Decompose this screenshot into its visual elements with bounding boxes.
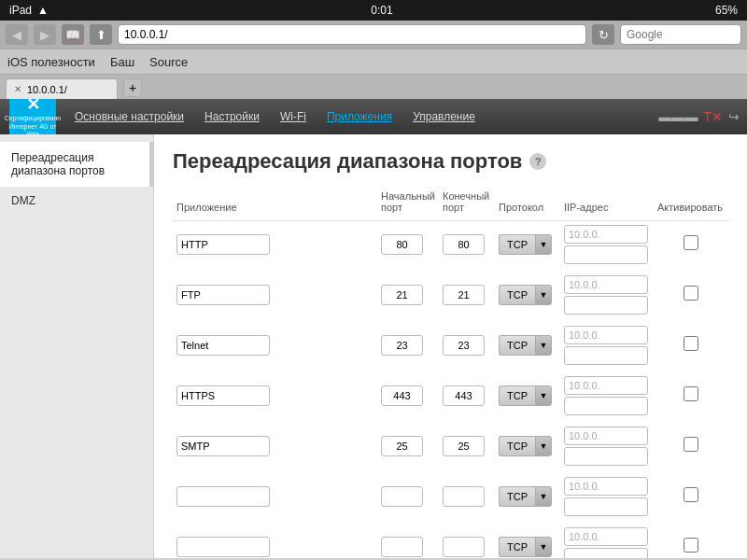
- ip-upper-input[interactable]: [564, 427, 648, 445]
- back-button[interactable]: ◀: [6, 24, 28, 45]
- activate-cell: [654, 421, 728, 471]
- ip-upper-input[interactable]: [564, 376, 648, 395]
- app-input[interactable]: [176, 385, 270, 406]
- activate-checkbox[interactable]: [684, 437, 698, 452]
- protocol-arrow[interactable]: ▼: [535, 335, 552, 356]
- protocol-arrow[interactable]: ▼: [535, 234, 552, 255]
- app-input[interactable]: [176, 335, 270, 356]
- protocol-arrow[interactable]: ▼: [535, 285, 552, 305]
- page-title-text: Переадресация диапазона портов: [173, 149, 522, 174]
- share-button[interactable]: ⬆: [90, 24, 112, 45]
- activate-cell: [654, 471, 728, 522]
- protocol-arrow[interactable]: ▼: [535, 436, 552, 456]
- end-port-input[interactable]: [443, 436, 485, 456]
- start-port-input[interactable]: [381, 537, 423, 557]
- ip-lower-input[interactable]: [564, 548, 648, 558]
- new-tab-button[interactable]: +: [123, 78, 142, 97]
- app-input[interactable]: [176, 285, 270, 305]
- end-port-input[interactable]: [443, 486, 485, 507]
- nav-apps[interactable]: Приложения: [317, 106, 402, 127]
- page-content: Переадресация диапазона портов DMZ Переа…: [0, 134, 747, 558]
- end-port-input[interactable]: [443, 385, 485, 406]
- ip-upper-input[interactable]: [564, 527, 648, 546]
- ip-lower-input[interactable]: [564, 245, 648, 264]
- protocol-arrow[interactable]: ▼: [535, 537, 552, 557]
- protocol-arrow[interactable]: ▼: [535, 486, 552, 507]
- activate-cell: [654, 522, 728, 558]
- status-right: 65%: [715, 4, 738, 17]
- sidebar-port-range[interactable]: Переадресация диапазона портов: [0, 142, 153, 187]
- nav-settings[interactable]: Настройки: [195, 106, 269, 127]
- bookmark-bash[interactable]: Баш: [110, 55, 134, 69]
- address-input[interactable]: [118, 24, 586, 45]
- protocol-button[interactable]: TCP: [499, 537, 535, 557]
- activate-checkbox[interactable]: [684, 286, 698, 301]
- activate-checkbox[interactable]: [684, 487, 698, 502]
- ip-lower-input[interactable]: [564, 397, 648, 415]
- nav-wifi[interactable]: Wi-Fi: [271, 106, 316, 127]
- protocol-select[interactable]: TCP▼: [499, 436, 557, 456]
- activate-cell: [654, 221, 728, 271]
- protocol-button[interactable]: TCP: [499, 436, 535, 456]
- protocol-select[interactable]: TCP▼: [499, 385, 557, 406]
- bookmarks-button[interactable]: 📖: [62, 24, 84, 45]
- end-port-input[interactable]: [443, 537, 485, 557]
- router-nav-items: Основные настройки Настройки Wi-Fi Прило…: [56, 106, 658, 127]
- logout-icon[interactable]: ↪: [728, 109, 740, 124]
- app-input[interactable]: [176, 234, 270, 255]
- protocol-button[interactable]: TCP: [499, 385, 535, 406]
- start-port-input[interactable]: [381, 335, 423, 356]
- active-tab[interactable]: ✕ 10.0.0.1/: [6, 78, 118, 99]
- start-port-input[interactable]: [381, 234, 423, 255]
- ip-upper-input[interactable]: [564, 275, 648, 294]
- app-input[interactable]: [176, 486, 270, 507]
- protocol-select[interactable]: TCP▼: [499, 335, 557, 356]
- activate-checkbox[interactable]: [684, 235, 698, 250]
- tab-close[interactable]: ✕: [14, 84, 21, 94]
- end-port-input[interactable]: [443, 335, 485, 356]
- ip-lower-input[interactable]: [564, 346, 648, 365]
- nav-basic-settings[interactable]: Основные настройки: [65, 106, 193, 127]
- reload-button[interactable]: ↻: [592, 24, 614, 45]
- protocol-button[interactable]: TCP: [499, 234, 535, 255]
- protocol-button[interactable]: TCP: [499, 285, 535, 305]
- activate-checkbox[interactable]: [684, 386, 698, 401]
- nav-icons: ▬▬▬ T✕ ↪: [658, 109, 747, 124]
- protocol-arrow[interactable]: ▼: [535, 385, 552, 406]
- end-port-input[interactable]: [443, 285, 485, 305]
- bookmark-ios[interactable]: iOS полезности: [7, 55, 95, 69]
- start-port-input[interactable]: [381, 385, 423, 406]
- ip-upper-input[interactable]: [564, 225, 648, 244]
- bookmark-source[interactable]: Source: [149, 55, 188, 69]
- ip-lower-input[interactable]: [564, 497, 648, 516]
- activate-checkbox[interactable]: [684, 538, 698, 553]
- end-port-input[interactable]: [443, 234, 485, 255]
- ip-upper-input[interactable]: [564, 477, 648, 496]
- sidebar-dmz[interactable]: DMZ: [0, 187, 153, 215]
- protocol-select[interactable]: TCP▼: [499, 486, 557, 507]
- forward-button[interactable]: ▶: [34, 24, 56, 45]
- signal-icon: T✕: [703, 109, 723, 124]
- activate-cell: [654, 371, 728, 421]
- protocol-select[interactable]: TCP▼: [499, 285, 557, 305]
- ip-upper-input[interactable]: [564, 326, 648, 344]
- app-input[interactable]: [176, 436, 270, 456]
- time-display: 0:01: [371, 4, 392, 17]
- start-port-input[interactable]: [381, 486, 423, 507]
- activate-checkbox[interactable]: [684, 336, 698, 351]
- search-input[interactable]: [620, 24, 741, 45]
- protocol-select[interactable]: TCP▼: [499, 537, 557, 557]
- ip-cell: [560, 320, 654, 371]
- start-port-input[interactable]: [381, 436, 423, 456]
- protocol-select[interactable]: TCP▼: [499, 234, 557, 255]
- nav-management[interactable]: Управление: [403, 106, 485, 127]
- protocol-button[interactable]: TCP: [499, 335, 535, 356]
- browser-toolbar: ◀ ▶ 📖 ⬆ ↻: [0, 21, 747, 49]
- battery-icon: ▬▬▬: [658, 109, 698, 124]
- ip-lower-input[interactable]: [564, 296, 648, 315]
- help-icon[interactable]: ?: [529, 153, 546, 170]
- protocol-button[interactable]: TCP: [499, 486, 535, 507]
- start-port-input[interactable]: [381, 285, 423, 305]
- ip-lower-input[interactable]: [564, 447, 648, 466]
- app-input[interactable]: [176, 537, 270, 557]
